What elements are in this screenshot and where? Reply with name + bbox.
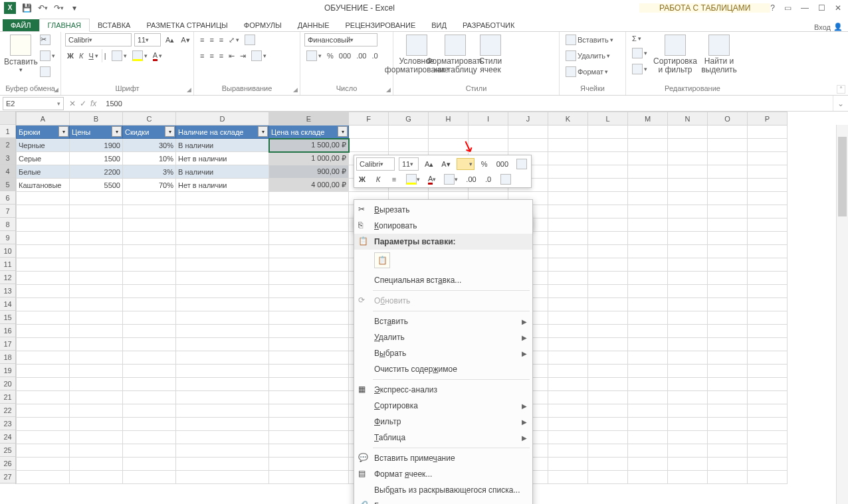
cell[interactable] (708, 311, 748, 325)
cell[interactable] (588, 139, 628, 152)
cell[interactable]: Серые (17, 152, 70, 165)
name-box[interactable]: E2▾ (3, 97, 64, 110)
ctx-clear[interactable]: Очистить содержимое (354, 361, 532, 377)
cell[interactable] (70, 471, 123, 484)
cell[interactable] (123, 192, 176, 205)
paste-option-values[interactable]: 📋 (374, 252, 390, 268)
cell[interactable] (17, 311, 70, 325)
cell[interactable] (628, 139, 668, 152)
cell[interactable] (588, 126, 628, 139)
cell[interactable] (548, 205, 588, 218)
cell[interactable] (588, 192, 628, 205)
cell[interactable] (123, 351, 176, 365)
cell[interactable] (123, 418, 176, 431)
cell[interactable] (708, 391, 748, 404)
row-header[interactable]: 23 (0, 417, 15, 430)
mini-dec-decimal[interactable]: .0 (482, 173, 494, 185)
cell[interactable] (123, 325, 176, 338)
cell[interactable]: 1500 (70, 152, 123, 165)
cell[interactable]: Черные (17, 139, 70, 152)
cell[interactable] (70, 391, 123, 404)
cell[interactable] (17, 365, 70, 378)
font-color-button[interactable]: А (151, 49, 164, 62)
cell[interactable] (708, 404, 748, 418)
align-top-button[interactable]: ≡ (198, 33, 206, 46)
cell[interactable] (17, 404, 70, 418)
cell[interactable] (176, 338, 269, 351)
cell[interactable] (70, 378, 123, 391)
row-header[interactable]: 26 (0, 457, 15, 470)
formula-input[interactable]: 1500 (102, 100, 833, 108)
row-header[interactable]: 13 (0, 284, 15, 297)
row-header[interactable]: 7 (0, 205, 15, 218)
font-dialog-launcher[interactable]: ◢ (187, 86, 191, 93)
row-header[interactable]: 16 (0, 324, 15, 337)
shrink-font-button[interactable]: A▾ (179, 33, 191, 46)
undo-icon[interactable]: ↶ (37, 3, 48, 13)
cell[interactable] (123, 431, 176, 444)
cell[interactable] (628, 391, 668, 404)
cell[interactable] (548, 378, 588, 391)
col-header[interactable]: L (588, 112, 628, 126)
ctx-cut[interactable]: ✂Вырезать (354, 202, 532, 218)
find-select-button[interactable]: Найти и выделить (697, 33, 741, 74)
orientation-button[interactable]: ⤢ (227, 33, 241, 46)
cell[interactable] (748, 471, 788, 484)
qat-customize-icon[interactable]: ▾ (69, 3, 80, 13)
cell[interactable] (17, 378, 70, 391)
row-header[interactable]: 4 (0, 165, 15, 178)
mini-merge[interactable] (514, 158, 529, 170)
cell[interactable] (17, 245, 70, 258)
cell[interactable] (17, 458, 70, 471)
cell[interactable] (269, 404, 349, 418)
cell[interactable] (748, 152, 788, 165)
row-header[interactable]: 5 (0, 178, 15, 191)
cell[interactable] (748, 179, 788, 192)
cell[interactable] (389, 126, 429, 139)
cell[interactable]: 1 000,00 ₽ (269, 152, 349, 165)
cell[interactable] (17, 298, 70, 311)
cell[interactable] (628, 418, 668, 431)
cell[interactable] (70, 458, 123, 471)
cell[interactable] (748, 391, 788, 404)
cell[interactable] (748, 205, 788, 218)
cell[interactable] (748, 218, 788, 232)
tab-data[interactable]: ДАННЫЕ (290, 19, 338, 31)
cell[interactable] (70, 338, 123, 351)
mini-fill-color[interactable] (404, 173, 422, 185)
row-header[interactable]: 6 (0, 191, 15, 205)
cell[interactable] (668, 152, 708, 165)
cell[interactable] (628, 218, 668, 232)
cell[interactable] (588, 418, 628, 431)
row-header[interactable]: 20 (0, 377, 15, 390)
row-header[interactable]: 3 (0, 151, 15, 165)
row-header[interactable]: 24 (0, 430, 15, 444)
indent-inc-button[interactable]: ⇥ (238, 49, 248, 62)
cell[interactable] (748, 272, 788, 285)
cell[interactable] (708, 192, 748, 205)
tab-review[interactable]: РЕЦЕНЗИРОВАНИЕ (337, 19, 423, 31)
cell[interactable] (17, 205, 70, 218)
cell[interactable] (668, 378, 708, 391)
mini-grow-font[interactable]: A▴ (423, 158, 435, 170)
cell[interactable] (123, 311, 176, 325)
clear-button[interactable] (630, 62, 649, 76)
cell[interactable] (748, 458, 788, 471)
cell[interactable] (269, 272, 349, 285)
cell[interactable] (70, 245, 123, 258)
cell[interactable]: 1900 (70, 139, 123, 152)
cell[interactable]: 10% (123, 152, 176, 165)
cell[interactable] (748, 139, 788, 152)
font-name-combo[interactable]: Calibri (65, 33, 132, 46)
row-header[interactable]: 17 (0, 337, 15, 351)
delete-cells-button[interactable]: Удалить (564, 49, 621, 62)
grow-font-button[interactable]: A▴ (163, 33, 176, 46)
cell[interactable] (17, 218, 70, 232)
cell[interactable] (668, 139, 708, 152)
inc-decimal-button[interactable]: .00 (354, 49, 368, 62)
cell[interactable] (748, 378, 788, 391)
cell[interactable] (668, 458, 708, 471)
col-header[interactable]: M (628, 112, 668, 126)
ctx-table[interactable]: Таблица▶ (354, 430, 532, 446)
cell[interactable] (269, 218, 349, 232)
